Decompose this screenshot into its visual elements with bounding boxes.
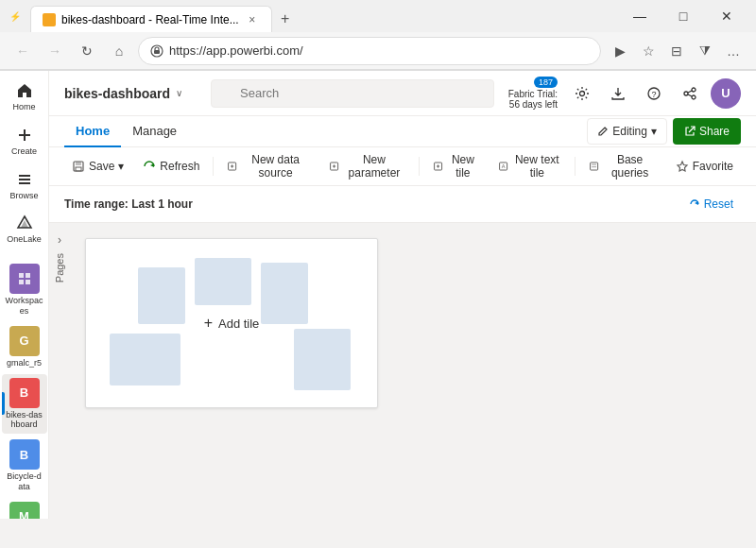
- back-btn[interactable]: ←: [9, 38, 36, 64]
- trial-days: 56 days left: [509, 99, 558, 110]
- settings-btn[interactable]: [567, 78, 597, 109]
- svg-point-22: [692, 88, 696, 92]
- tab-favicon: [43, 13, 56, 26]
- browser-extensions-btn[interactable]: ⧩: [692, 38, 718, 64]
- ribbon-divider-3: [575, 157, 576, 176]
- ribbon-divider-2: [419, 157, 420, 176]
- collections-btn[interactable]: ⊟: [663, 38, 690, 64]
- add-tile-icon: +: [204, 315, 213, 332]
- minimize-btn[interactable]: —: [618, 0, 662, 32]
- sidebar-item-bikes-dashboard[interactable]: B bikes-dashboard: [2, 374, 47, 435]
- sidebar-item-onelake[interactable]: OneLake: [2, 208, 47, 250]
- svg-rect-6: [24, 129, 26, 141]
- maximize-btn[interactable]: □: [662, 0, 705, 32]
- base-queries-icon: [589, 160, 599, 173]
- sidebar-item-event-house-1[interactable]: M my-event-house: [2, 498, 47, 519]
- time-range-label: Time range:: [64, 197, 129, 211]
- ribbon-right: Editing ▾ Share: [587, 116, 741, 146]
- gmalc-label: gmalc_r5: [7, 358, 42, 368]
- svg-rect-13: [26, 273, 30, 278]
- bicycle-data-icon: B: [9, 439, 40, 470]
- download-btn[interactable]: [603, 78, 633, 109]
- svg-rect-30: [76, 167, 81, 171]
- new-tile-icon: [433, 160, 443, 173]
- browser-menu-btn[interactable]: …: [720, 38, 747, 64]
- sidebar-item-bicycle-data[interactable]: B Bicycle-data: [2, 436, 47, 496]
- canvas-page: + Add tile: [85, 238, 378, 408]
- sidebar-item-home[interactable]: Home: [2, 76, 47, 118]
- active-tab[interactable]: bikes-dashboard - Real-Time Inte... ×: [30, 6, 272, 32]
- app-title: bikes-dashboard: [64, 86, 170, 101]
- favorite-btn[interactable]: Favorite: [668, 153, 741, 180]
- canvas-area: + Add tile: [70, 223, 756, 519]
- new-tab-btn[interactable]: +: [272, 6, 299, 32]
- tab-home[interactable]: Home: [64, 116, 121, 147]
- new-text-tile-label: New text tile: [512, 153, 561, 180]
- tile-placeholder-4: [110, 334, 180, 385]
- svg-rect-29: [76, 162, 81, 165]
- reset-btn[interactable]: Reset: [681, 194, 741, 214]
- sidebar-item-workspaces[interactable]: Workspaces: [2, 260, 47, 320]
- svg-line-26: [688, 94, 692, 96]
- edit-icon: [597, 126, 609, 137]
- new-tile-btn[interactable]: New tile: [425, 153, 487, 180]
- save-btn[interactable]: Save ▾: [64, 153, 131, 180]
- reload-btn[interactable]: ↻: [74, 38, 100, 64]
- editing-label: Editing: [612, 125, 647, 138]
- read-aloud-btn[interactable]: ▶: [607, 38, 633, 64]
- forward-btn[interactable]: →: [42, 38, 68, 64]
- sidebar-item-gmalc[interactable]: G gmalc_r5: [2, 322, 47, 372]
- svg-rect-15: [26, 280, 30, 284]
- editing-chevron-icon: ▾: [651, 125, 657, 138]
- gmalc-icon: G: [9, 326, 40, 356]
- svg-rect-2: [44, 15, 54, 25]
- share-icon: [682, 86, 697, 101]
- refresh-btn[interactable]: Refresh: [135, 153, 207, 180]
- tile-placeholder-2: [195, 258, 251, 305]
- add-tile-btn[interactable]: + Add tile: [189, 307, 275, 339]
- tab-close-btn[interactable]: ×: [245, 12, 260, 27]
- svg-rect-45: [593, 166, 597, 167]
- tab-manage[interactable]: Manage: [121, 116, 188, 147]
- onelake-icon: [15, 214, 34, 232]
- bicycle-data-label: Bicycle-data: [6, 471, 43, 492]
- new-tile-label: New tile: [447, 153, 479, 180]
- svg-marker-47: [695, 201, 698, 205]
- help-btn[interactable]: ?: [639, 78, 669, 109]
- home-btn[interactable]: ⌂: [106, 38, 132, 64]
- close-btn[interactable]: ✕: [705, 0, 748, 32]
- search-input[interactable]: [211, 79, 494, 108]
- fabric-trial: 187 Fabric Trial: 56 days left: [508, 77, 558, 110]
- sidebar-item-create[interactable]: Create: [2, 120, 47, 163]
- user-avatar-btn[interactable]: U: [711, 78, 741, 109]
- favorites-btn[interactable]: ☆: [635, 38, 662, 64]
- title-chevron-icon[interactable]: ∨: [176, 88, 182, 98]
- pages-sidebar: › Pages: [49, 223, 70, 519]
- pages-toggle-btn[interactable]: ›: [50, 231, 69, 249]
- new-datasource-btn[interactable]: New data source: [219, 153, 318, 180]
- svg-rect-12: [19, 273, 24, 278]
- new-parameter-btn[interactable]: New parameter: [321, 153, 413, 180]
- left-nav: Home Create Browse OneLake Workspaces: [0, 71, 49, 519]
- save-label: Save: [89, 160, 114, 173]
- new-text-tile-btn[interactable]: A New text tile: [490, 153, 570, 180]
- url-bar[interactable]: https://app.powerbi.com/: [138, 37, 601, 65]
- sidebar-item-browse[interactable]: Browse: [2, 164, 47, 207]
- base-queries-btn[interactable]: Base queries: [581, 153, 663, 180]
- url-text: https://app.powerbi.com/: [169, 43, 303, 58]
- settings-icon: [575, 86, 590, 101]
- lock-icon: [150, 44, 163, 58]
- share-btn-icon: [684, 126, 696, 137]
- editing-btn[interactable]: Editing ▾: [587, 118, 667, 145]
- main-area: bikes-dashboard ∨ 187 Fabric Trial: 56 d…: [49, 71, 756, 519]
- dashboard-content: Time range: Last 1 hour Reset › Pages: [49, 186, 756, 519]
- new-parameter-icon: [329, 160, 339, 173]
- new-text-tile-icon: A: [498, 160, 508, 173]
- add-tile-label: Add tile: [218, 317, 259, 331]
- share-btn[interactable]: Share: [673, 118, 741, 145]
- ribbon-actions: Save ▾ Refresh New data source New param…: [49, 147, 756, 185]
- browse-icon: [15, 170, 34, 189]
- tile-placeholder-1: [138, 267, 185, 324]
- new-datasource-icon: [227, 160, 237, 173]
- share-top-btn[interactable]: [675, 78, 705, 109]
